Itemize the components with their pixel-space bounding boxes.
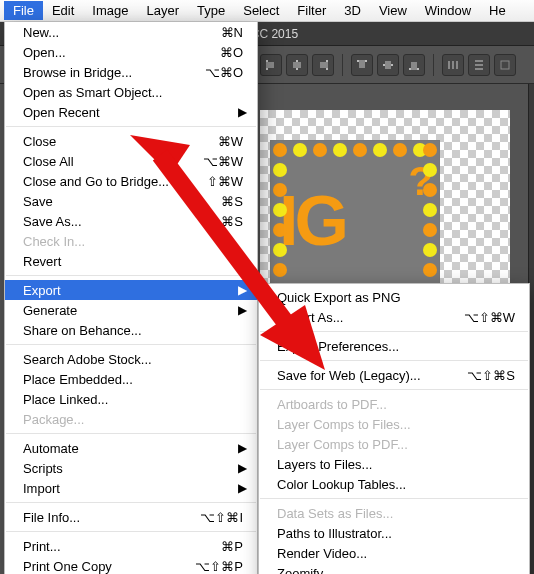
menu-separator bbox=[260, 360, 528, 361]
file-menu-item-share-on-behance[interactable]: Share on Behance... bbox=[5, 320, 257, 340]
file-menu-item-revert[interactable]: RevertF bbox=[5, 251, 257, 271]
menu-item-label: Layer Comps to Files... bbox=[277, 417, 515, 432]
export-menu-item-layers-to-files[interactable]: Layers to Files... bbox=[259, 454, 529, 474]
menu-item-label: Close bbox=[23, 134, 183, 149]
svg-rect-9 bbox=[385, 61, 391, 69]
svg-rect-13 bbox=[452, 61, 454, 69]
menu-item-label: Paths to Illustrator... bbox=[277, 526, 515, 541]
menu-item-shortcut: ⌥⇧⌘P bbox=[183, 559, 243, 574]
file-menu-item-search-adobe-stock[interactable]: Search Adobe Stock... bbox=[5, 349, 257, 369]
menubar-item-select[interactable]: Select bbox=[234, 1, 288, 20]
file-menu-item-import[interactable]: Import▶ bbox=[5, 478, 257, 498]
align-right-icon[interactable] bbox=[312, 54, 334, 76]
file-menu-item-scripts[interactable]: Scripts▶ bbox=[5, 458, 257, 478]
file-menu-item-close-and-go-to-bridge[interactable]: Close and Go to Bridge...⇧⌘W bbox=[5, 171, 257, 191]
file-menu-item-export[interactable]: Export▶ bbox=[5, 280, 257, 300]
file-menu-item-open-as-smart-object[interactable]: Open as Smart Object... bbox=[5, 82, 257, 102]
align-bottom-icon[interactable] bbox=[403, 54, 425, 76]
artwork-text: IG bbox=[279, 181, 345, 261]
menu-item-shortcut: ⌘W bbox=[183, 134, 243, 149]
file-menu-item-place-linked[interactable]: Place Linked... bbox=[5, 389, 257, 409]
submenu-arrow-icon: ▶ bbox=[238, 441, 247, 455]
menubar-item-type[interactable]: Type bbox=[188, 1, 234, 20]
file-menu-item-close-all[interactable]: Close All⌥⌘W bbox=[5, 151, 257, 171]
export-submenu: Quick Export as PNGExport As...⌥⇧⌘WExpor… bbox=[258, 283, 530, 574]
menu-separator bbox=[6, 433, 256, 434]
submenu-arrow-icon: ▶ bbox=[238, 105, 247, 119]
menu-item-label: Automate bbox=[23, 441, 243, 456]
file-menu-item-print[interactable]: Print...⌘P bbox=[5, 536, 257, 556]
menu-item-label: Export Preferences... bbox=[277, 339, 515, 354]
menu-item-label: Artboards to PDF... bbox=[277, 397, 515, 412]
menu-separator bbox=[260, 331, 528, 332]
menu-separator bbox=[6, 502, 256, 503]
menu-item-label: Save for Web (Legacy)... bbox=[277, 368, 455, 383]
menubar-item-he[interactable]: He bbox=[480, 1, 515, 20]
file-menu-item-open[interactable]: Open...⌘O bbox=[5, 42, 257, 62]
export-menu-item-save-for-web-legacy[interactable]: Save for Web (Legacy)...⌥⇧⌘S bbox=[259, 365, 529, 385]
file-menu-item-save[interactable]: Save⌘S bbox=[5, 191, 257, 211]
file-menu-item-save-as[interactable]: Save As...⇧⌘S bbox=[5, 211, 257, 231]
menu-separator bbox=[260, 389, 528, 390]
menubar-item-layer[interactable]: Layer bbox=[138, 1, 189, 20]
file-menu: New...⌘NOpen...⌘OBrowse in Bridge...⌥⌘OO… bbox=[4, 22, 258, 574]
file-menu-item-file-info[interactable]: File Info...⌥⇧⌘I bbox=[5, 507, 257, 527]
distribute-v-icon[interactable] bbox=[468, 54, 490, 76]
menu-item-label: Render Video... bbox=[277, 546, 515, 561]
menu-item-label: Open Recent bbox=[23, 105, 243, 120]
menu-item-label: Zoomify... bbox=[277, 566, 515, 575]
file-menu-item-automate[interactable]: Automate▶ bbox=[5, 438, 257, 458]
align-top-icon[interactable] bbox=[351, 54, 373, 76]
menu-item-label: Print One Copy bbox=[23, 559, 183, 574]
export-menu-item-zoomify[interactable]: Zoomify... bbox=[259, 563, 529, 574]
menubar-item-view[interactable]: View bbox=[370, 1, 416, 20]
svg-rect-16 bbox=[475, 64, 483, 66]
svg-rect-11 bbox=[411, 62, 417, 70]
file-menu-item-generate[interactable]: Generate▶ bbox=[5, 300, 257, 320]
menubar-item-edit[interactable]: Edit bbox=[43, 1, 83, 20]
svg-rect-17 bbox=[475, 68, 483, 70]
svg-rect-3 bbox=[293, 62, 301, 68]
file-menu-item-close[interactable]: Close⌘W bbox=[5, 131, 257, 151]
svg-rect-7 bbox=[359, 60, 365, 68]
file-menu-item-print-one-copy[interactable]: Print One Copy⌥⇧⌘P bbox=[5, 556, 257, 574]
export-menu-item-data-sets-as-files: Data Sets as Files... bbox=[259, 503, 529, 523]
menu-item-label: Import bbox=[23, 481, 243, 496]
menu-item-shortcut: ⌥⌘O bbox=[183, 65, 243, 80]
align-left-icon[interactable] bbox=[260, 54, 282, 76]
menubar-item-filter[interactable]: Filter bbox=[288, 1, 335, 20]
svg-rect-1 bbox=[266, 62, 274, 68]
export-menu-item-layer-comps-to-files: Layer Comps to Files... bbox=[259, 414, 529, 434]
menu-item-shortcut: ⌘P bbox=[183, 539, 243, 554]
menu-item-label: Package... bbox=[23, 412, 243, 427]
export-menu-item-export-as[interactable]: Export As...⌥⇧⌘W bbox=[259, 307, 529, 327]
menubar-item-image[interactable]: Image bbox=[83, 1, 137, 20]
menu-item-shortcut: ⌥⇧⌘I bbox=[183, 510, 243, 525]
menubar-item-3d[interactable]: 3D bbox=[335, 1, 370, 20]
file-menu-item-check-in: Check In... bbox=[5, 231, 257, 251]
export-menu-item-quick-export-as-png[interactable]: Quick Export as PNG bbox=[259, 287, 529, 307]
menu-item-label: Export bbox=[23, 283, 243, 298]
menu-item-label: Close and Go to Bridge... bbox=[23, 174, 183, 189]
distribute-h-icon[interactable] bbox=[442, 54, 464, 76]
align-center-h-icon[interactable] bbox=[286, 54, 308, 76]
menu-item-shortcut: ⌥⇧⌘S bbox=[455, 368, 515, 383]
menu-separator bbox=[6, 531, 256, 532]
file-menu-item-place-embedded[interactable]: Place Embedded... bbox=[5, 369, 257, 389]
export-menu-item-color-lookup-tables[interactable]: Color Lookup Tables... bbox=[259, 474, 529, 494]
menubar: FileEditImageLayerTypeSelectFilter3DView… bbox=[0, 0, 534, 22]
file-menu-item-open-recent[interactable]: Open Recent▶ bbox=[5, 102, 257, 122]
distribute-icon[interactable] bbox=[494, 54, 516, 76]
menu-item-shortcut: ⌘O bbox=[183, 45, 243, 60]
menu-item-label: Place Embedded... bbox=[23, 372, 243, 387]
menu-separator bbox=[6, 344, 256, 345]
file-menu-item-browse-in-bridge[interactable]: Browse in Bridge...⌥⌘O bbox=[5, 62, 257, 82]
menubar-item-file[interactable]: File bbox=[4, 1, 43, 20]
export-menu-item-paths-to-illustrator[interactable]: Paths to Illustrator... bbox=[259, 523, 529, 543]
align-center-v-icon[interactable] bbox=[377, 54, 399, 76]
file-menu-item-new[interactable]: New...⌘N bbox=[5, 22, 257, 42]
export-menu-item-export-preferences[interactable]: Export Preferences... bbox=[259, 336, 529, 356]
menu-item-label: Browse in Bridge... bbox=[23, 65, 183, 80]
menubar-item-window[interactable]: Window bbox=[416, 1, 480, 20]
export-menu-item-render-video[interactable]: Render Video... bbox=[259, 543, 529, 563]
